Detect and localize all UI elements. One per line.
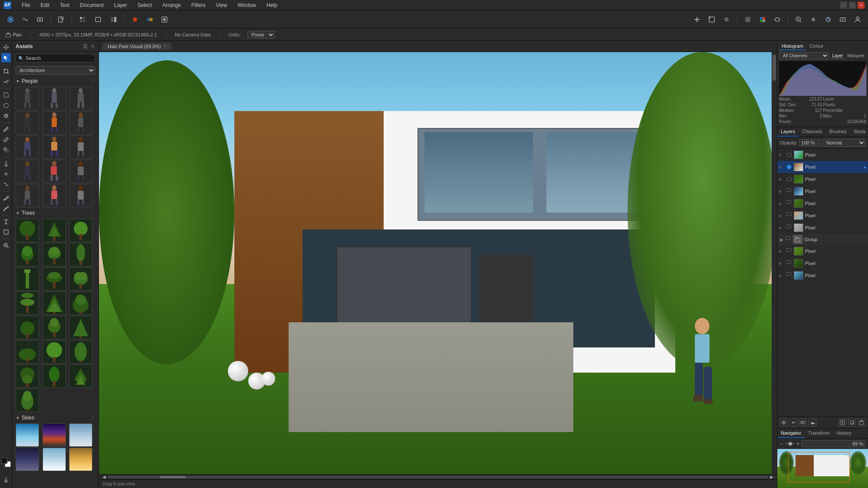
tool-inpaint[interactable]	[1, 111, 11, 121]
toolbar-view-mode-3[interactable]	[107, 13, 121, 26]
tool-pen[interactable]	[1, 193, 11, 203]
window-maximize[interactable]: □	[849, 2, 856, 9]
tab-history[interactable]: History	[833, 429, 855, 438]
table-row[interactable]: ▶ Pixel ●	[777, 161, 868, 173]
table-row[interactable]: ▶ Pixel	[777, 185, 868, 197]
list-item[interactable]	[43, 184, 66, 207]
tab-channels[interactable]: Channels	[799, 127, 825, 137]
list-item[interactable]	[69, 184, 92, 207]
layer-add-new[interactable]	[838, 419, 846, 426]
tool-selection-free[interactable]	[1, 101, 11, 110]
list-item[interactable]	[69, 316, 92, 339]
list-item[interactable]	[43, 135, 66, 159]
tab-colour[interactable]: Colour	[807, 43, 826, 50]
list-item[interactable]	[16, 291, 39, 315]
tab-navigator[interactable]: Navigator	[777, 429, 805, 438]
scroll-right-btn[interactable]: ▶	[768, 475, 775, 479]
layer-duplicate[interactable]	[848, 419, 856, 426]
toolbar-sync[interactable]	[770, 13, 784, 26]
list-item[interactable]	[43, 291, 66, 315]
layer-expand-6[interactable]: ▶	[779, 213, 784, 218]
tab-transform[interactable]: Transform	[805, 429, 833, 438]
search-input[interactable]	[16, 54, 95, 62]
layer-vis-icon-2[interactable]	[786, 164, 792, 170]
tool-shape[interactable]	[1, 227, 11, 237]
tool-crop[interactable]	[1, 66, 11, 76]
tool-text[interactable]	[1, 217, 11, 226]
group-expand[interactable]: ▶	[780, 237, 783, 242]
list-item[interactable]	[69, 160, 92, 183]
layer-expand-11[interactable]: ▶	[779, 273, 784, 278]
table-row[interactable]: ▶ Pixel	[777, 210, 868, 222]
zoom-plus-btn[interactable]: +	[796, 441, 799, 447]
layer-expand-4[interactable]: ▶	[779, 189, 784, 193]
foreground-color[interactable]	[1, 458, 7, 464]
layer-vis-icon-1[interactable]	[786, 152, 792, 158]
table-row[interactable]: ▶ Pixel	[777, 245, 868, 257]
list-item[interactable]	[69, 111, 92, 134]
list-item[interactable]	[16, 184, 39, 207]
zoom-thumb[interactable]	[789, 442, 792, 445]
channel-select[interactable]: All Channels Red Green Blue	[779, 52, 829, 59]
table-row[interactable]: ▶ Pixel	[777, 173, 868, 185]
layer-expand-10[interactable]: ▶	[779, 261, 784, 265]
menu-layer[interactable]: Layer	[112, 1, 129, 9]
list-item[interactable]	[69, 87, 92, 110]
list-item[interactable]	[16, 389, 39, 412]
tool-selection-rect[interactable]	[1, 90, 11, 100]
canvas-tab-close[interactable]: ×	[164, 44, 166, 49]
opacity-input[interactable]	[799, 139, 821, 146]
skies-category-header[interactable]: ▼ Skies ⋮	[12, 413, 99, 422]
list-item[interactable]	[43, 160, 66, 183]
list-item[interactable]	[69, 291, 92, 315]
tool-node[interactable]	[1, 203, 11, 213]
units-select[interactable]: Pixels Inches cm mm	[247, 31, 275, 39]
h-tab-layer[interactable]: Layer	[831, 53, 845, 59]
list-item[interactable]	[43, 111, 66, 134]
list-item[interactable]	[69, 364, 92, 388]
layer-expand-5[interactable]: ▶	[779, 201, 784, 206]
layer-add-fill[interactable]	[809, 419, 816, 426]
list-item[interactable]	[43, 243, 66, 266]
menu-filters[interactable]: Filters	[190, 1, 207, 9]
menu-text[interactable]: Text	[58, 1, 71, 9]
blend-mode-select[interactable]: Normal Multiply Screen Overlay	[822, 139, 865, 147]
layer-expand-7[interactable]: ▶	[779, 226, 784, 230]
list-item[interactable]	[69, 135, 92, 159]
list-item[interactable]	[16, 111, 39, 134]
tool-smudge[interactable]	[1, 180, 11, 189]
list-item[interactable]	[16, 267, 39, 291]
list-item[interactable]	[69, 340, 92, 364]
layer-expand-9[interactable]: ▶	[779, 249, 784, 253]
tool-dodge[interactable]	[1, 159, 11, 168]
list-item[interactable]	[16, 160, 39, 183]
table-row[interactable]: ▶ Pixel	[777, 257, 868, 269]
tab-brushes[interactable]: Brushes	[826, 127, 850, 137]
people-menu-btn[interactable]: ⋮	[90, 79, 95, 84]
list-item[interactable]	[43, 219, 66, 242]
tab-stock[interactable]: Stock	[850, 127, 868, 137]
zoom-value-input[interactable]	[801, 440, 865, 447]
tab-layers[interactable]: Layers	[777, 127, 799, 137]
assets-panel-close[interactable]: ×	[90, 43, 95, 50]
toolbar-view-mode-1[interactable]	[76, 13, 89, 26]
zoom-track[interactable]	[785, 443, 795, 445]
tool-blur[interactable]	[1, 169, 11, 179]
tool-clone[interactable]	[1, 145, 11, 155]
toolbar-color-picker[interactable]	[128, 13, 142, 26]
layer-vis-icon-6[interactable]	[786, 213, 792, 219]
menu-document[interactable]: Document	[78, 1, 105, 9]
layer-add-adjustment[interactable]	[789, 419, 797, 426]
layer-vis-icon-7[interactable]	[786, 225, 792, 231]
scrollbar-horizontal[interactable]: ◀ ▶	[99, 474, 777, 479]
tool-straighten[interactable]	[1, 77, 11, 86]
canvas-tab-item[interactable]: Halo Park Visual (69.0%) ×	[102, 43, 171, 50]
list-item[interactable]	[69, 243, 92, 266]
toolbar-view-split[interactable]	[741, 13, 755, 26]
list-item[interactable]	[16, 135, 39, 159]
menu-window[interactable]: Window	[236, 1, 258, 9]
toolbar-persona-liquify[interactable]	[18, 13, 32, 26]
tab-histogram[interactable]: Histogram	[779, 43, 806, 50]
toolbar-new[interactable]	[54, 13, 68, 26]
scroll-thumb[interactable]	[160, 476, 186, 478]
